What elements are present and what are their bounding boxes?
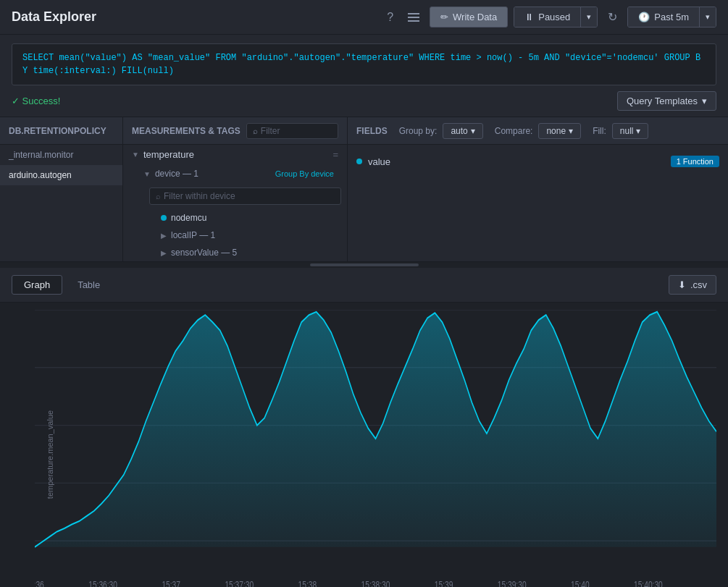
svg-text:15:38: 15:38 [298, 579, 317, 587]
tab-table[interactable]: Table [65, 275, 112, 295]
svg-marker-23 [35, 312, 716, 547]
time-range-group: 🕐 Past 5m ▾ [627, 7, 716, 28]
y-axis-label: temperature.mean_value [46, 410, 54, 498]
chart-wrapper: temperature.mean_value 31 30.5 30 29.5 2… [35, 310, 716, 587]
measurements-filter-wrapper: ⌕ [246, 123, 338, 139]
device-tag-row: ▼ device — 1 Group By device [143, 164, 347, 183]
pause-icon: ⏸ [524, 12, 534, 22]
measurements-panel: Measurements & Tags ⌕ ▼ temperature = ▼ … [123, 117, 348, 261]
svg-text:15:39:30: 15:39:30 [498, 579, 527, 587]
schema-button[interactable] [403, 9, 424, 26]
svg-rect-0 [408, 13, 419, 14]
svg-rect-2 [408, 20, 419, 22]
db-item-arduino[interactable]: arduino.autogen [0, 165, 122, 185]
help-button[interactable]: ? [382, 7, 398, 28]
chevron-down-icon: ▼ [143, 170, 151, 178]
schema-panel: DB.RetentionPolicy _internal.monitor ard… [0, 117, 728, 262]
function-badge[interactable]: 1 Function [671, 156, 719, 167]
db-list-header: DB.RetentionPolicy [0, 117, 122, 145]
filter-icon: ⌕ [156, 192, 161, 200]
app-title: Data Explorer [12, 9, 382, 25]
time-range-button[interactable]: 🕐 Past 5m [628, 7, 699, 27]
chevron-down-icon: ▾ [702, 96, 707, 106]
scrollbar-track[interactable] [310, 263, 419, 266]
time-range-dropdown[interactable]: ▾ [699, 7, 716, 27]
svg-text:15:37: 15:37 [162, 579, 180, 587]
svg-text:15:40:30: 15:40:30 [634, 579, 663, 587]
header: Data Explorer ? ✏ Write Data ⏸ Paused ▾ … [0, 0, 728, 35]
chart-container: temperature.mean_value 31 30.5 30 29.5 2… [0, 303, 728, 587]
query-text[interactable]: SELECT mean("value") AS "mean_value" FRO… [12, 43, 716, 85]
scrollbar-indicator [0, 262, 728, 268]
svg-text:15:37:30: 15:37:30 [225, 579, 254, 587]
chevron-down-icon: ▾ [569, 126, 573, 136]
fields-panel: Fields Group by: auto ▾ Compare: none ▾ … [348, 117, 728, 261]
svg-text:15:39: 15:39 [435, 579, 453, 587]
svg-text:15:36:30: 15:36:30 [88, 579, 117, 587]
clock-icon: 🕐 [638, 12, 650, 22]
success-message: ✓ Success! [12, 96, 60, 106]
chevron-down-icon: ▾ [471, 126, 475, 136]
svg-text:15:40: 15:40 [571, 579, 590, 587]
compare-control: Compare: none ▾ [495, 123, 581, 139]
nodemcu-tag-value[interactable]: nodemcu [143, 209, 347, 227]
measurements-header: Measurements & Tags ⌕ [123, 117, 347, 145]
pause-group: ⏸ Paused ▾ [514, 7, 598, 28]
chevron-down-icon: ▼ [132, 151, 139, 159]
query-templates-button[interactable]: Query Templates ▾ [617, 91, 716, 111]
refresh-button[interactable]: ↻ [603, 6, 622, 28]
device-tag-section: ▼ device — 1 Group By device ⌕ nodemcu [123, 164, 347, 261]
chart-svg: 31 30.5 30 29.5 29 15:36 15:36:30 15:37 … [35, 310, 716, 587]
fields-header: Fields Group by: auto ▾ Compare: none ▾ … [348, 117, 728, 145]
tab-graph[interactable]: Graph [12, 275, 62, 295]
fill-select[interactable]: null ▾ [612, 123, 649, 139]
graph-header: Graph Table ⬇ .csv [0, 268, 728, 303]
chevron-right-icon: ▶ [161, 249, 167, 257]
localIP-tag-row[interactable]: ▶ localIP — 1 [143, 227, 347, 244]
group-by-control: Group by: auto ▾ [399, 123, 483, 139]
sensorValue-tag-row[interactable]: ▶ sensorValue — 5 [143, 244, 347, 261]
group-by-select[interactable]: auto ▾ [443, 123, 482, 139]
measurements-filter-input[interactable] [261, 126, 332, 136]
compare-select[interactable]: none ▾ [538, 123, 581, 139]
fields-content: value 1 Function [348, 145, 728, 178]
db-item-internal[interactable]: _internal.monitor [0, 145, 122, 165]
tag-value-dot [161, 215, 167, 221]
fill-control: Fill: null ▾ [593, 123, 648, 139]
measurement-temperature-row[interactable]: ▼ temperature = [123, 145, 347, 164]
chevron-down-icon: ▾ [636, 126, 640, 136]
filter-within-device-field[interactable] [164, 191, 335, 201]
header-actions: ? ✏ Write Data ⏸ Paused ▾ ↻ 🕐 Past 5m ▾ [382, 6, 716, 28]
filter-icon: ⌕ [253, 127, 258, 135]
query-box: SELECT mean("value") AS "mean_value" FRO… [0, 35, 728, 117]
field-dot [356, 159, 362, 164]
paused-button[interactable]: ⏸ Paused [514, 7, 580, 27]
query-footer: ✓ Success! Query Templates ▾ [12, 91, 716, 111]
svg-rect-1 [408, 17, 419, 18]
chevron-right-icon: ▶ [161, 232, 167, 240]
bottom-panel: Graph Table ⬇ .csv temperature.mean_valu… [0, 268, 728, 587]
svg-text:15:38:30: 15:38:30 [361, 579, 390, 587]
paused-dropdown[interactable]: ▾ [580, 7, 597, 27]
filter-within-device-input: ⌕ [149, 187, 341, 205]
write-data-button[interactable]: ✏ Write Data [430, 7, 508, 28]
field-value-item[interactable]: value 1 Function [356, 152, 719, 171]
download-icon: ⬇ [678, 279, 686, 290]
csv-download-button[interactable]: ⬇ .csv [669, 275, 716, 295]
db-list: DB.RetentionPolicy _internal.monitor ard… [0, 117, 123, 261]
measurement-temperature: ▼ temperature = ▼ device — 1 Group By de… [123, 145, 347, 261]
svg-text:15:36: 15:36 [35, 579, 44, 587]
pencil-icon: ✏ [440, 12, 448, 22]
group-by-device-button[interactable]: Group By device [271, 168, 338, 180]
filter-within-wrapper: ⌕ [143, 183, 347, 209]
